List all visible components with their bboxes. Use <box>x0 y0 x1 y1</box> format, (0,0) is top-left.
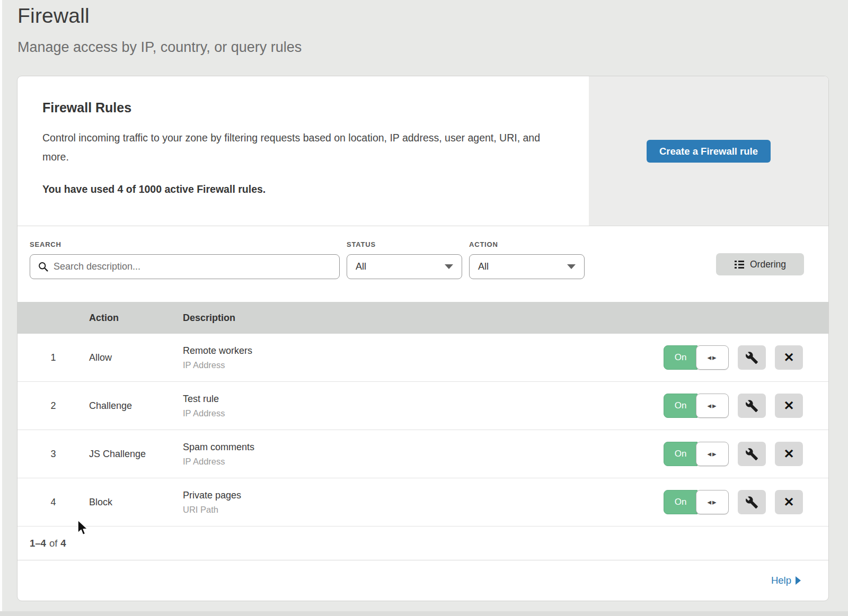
rule-controls: On ◂▸ ✕ <box>664 490 828 514</box>
chevron-right-icon <box>796 576 801 585</box>
help-row: Help <box>17 560 828 601</box>
close-icon: ✕ <box>783 448 794 460</box>
status-select[interactable]: All <box>347 254 462 279</box>
toggle-on-label: On <box>664 345 697 370</box>
filter-bar: SEARCH STATUS All ACTION All <box>17 226 828 302</box>
status-select-value: All <box>356 261 366 272</box>
table-row: 2 Challenge Test rule IP Address On ◂▸ ✕ <box>17 382 828 430</box>
rule-enabled-toggle[interactable]: On ◂▸ <box>664 442 729 466</box>
action-select-value: All <box>478 261 489 272</box>
ordering-button[interactable]: Ordering <box>716 253 804 275</box>
rule-description: Remote workers <box>183 345 664 356</box>
left-right-arrows-icon: ◂▸ <box>696 490 729 514</box>
page-subtitle: Manage access by IP, country, or query r… <box>17 39 302 56</box>
left-right-arrows-icon: ◂▸ <box>696 345 729 370</box>
ordered-list-icon <box>734 259 745 270</box>
rule-priority: 3 <box>17 449 89 460</box>
rule-match-type: IP Address <box>183 360 664 370</box>
wrench-icon <box>745 351 758 364</box>
rule-action: Allow <box>89 352 183 363</box>
status-label: STATUS <box>347 240 462 248</box>
help-link[interactable]: Help <box>771 575 801 586</box>
action-column-header: Action <box>89 313 183 324</box>
rules-usage-text: You have used 4 of 1000 active Firewall … <box>42 183 557 195</box>
rule-controls: On ◂▸ ✕ <box>664 345 828 370</box>
close-icon: ✕ <box>783 399 794 412</box>
edit-rule-button[interactable] <box>738 442 766 466</box>
delete-rule-button[interactable]: ✕ <box>775 394 803 418</box>
left-edge-strip <box>0 0 2 616</box>
ordering-button-label: Ordering <box>750 259 786 270</box>
rule-action: JS Challenge <box>89 449 183 460</box>
rules-intro-section: Firewall Rules Control incoming traffic … <box>17 76 828 226</box>
create-firewall-rule-button[interactable]: Create a Firewall rule <box>647 140 771 163</box>
bottom-edge-strip <box>0 611 848 616</box>
delete-rule-button[interactable]: ✕ <box>775 490 803 514</box>
rules-heading: Firewall Rules <box>42 100 557 115</box>
wrench-icon <box>745 496 758 509</box>
close-icon: ✕ <box>783 351 794 364</box>
wrench-icon <box>745 399 758 413</box>
rule-match-type: IP Address <box>183 457 664 467</box>
left-right-arrows-icon: ◂▸ <box>696 442 729 466</box>
rule-enabled-toggle[interactable]: On ◂▸ <box>664 490 729 514</box>
table-row: 1 Allow Remote workers IP Address On ◂▸ … <box>17 334 828 382</box>
close-icon: ✕ <box>783 496 794 508</box>
action-label: ACTION <box>469 240 585 248</box>
rule-description: Private pages <box>183 490 664 501</box>
search-box <box>30 254 340 279</box>
page-title: Firewall <box>17 4 302 28</box>
rule-match-type: IP Address <box>183 408 664 418</box>
pagination: 1–4 of 4 <box>17 526 828 560</box>
rule-action: Challenge <box>89 400 183 412</box>
rule-controls: On ◂▸ ✕ <box>664 442 828 466</box>
pagination-range: 1–4 <box>30 538 46 549</box>
rule-enabled-toggle[interactable]: On ◂▸ <box>664 394 729 418</box>
delete-rule-button[interactable]: ✕ <box>775 345 803 370</box>
rule-priority: 1 <box>17 352 89 363</box>
action-select[interactable]: All <box>469 254 585 279</box>
rule-priority: 4 <box>17 497 89 508</box>
search-field-group: SEARCH <box>30 240 340 279</box>
edit-rule-button[interactable] <box>738 345 766 370</box>
chevron-down-icon <box>445 264 453 269</box>
chevron-down-icon <box>567 264 576 269</box>
left-right-arrows-icon: ◂▸ <box>696 394 729 418</box>
wrench-icon <box>745 448 758 461</box>
rule-description-cell: Spam comments IP Address <box>183 442 664 467</box>
table-row: 4 Block Private pages URI Path On ◂▸ ✕ <box>17 478 828 526</box>
firewall-rules-card: Firewall Rules Control incoming traffic … <box>17 76 829 601</box>
table-row: 3 JS Challenge Spam comments IP Address … <box>17 430 828 478</box>
toggle-on-label: On <box>664 490 697 514</box>
rule-description-cell: Test rule IP Address <box>183 394 664 418</box>
description-column-header: Description <box>183 313 828 324</box>
rules-intro: Firewall Rules Control incoming traffic … <box>17 76 589 226</box>
edit-rule-button[interactable] <box>738 490 766 514</box>
pagination-of: of <box>49 538 57 549</box>
rule-enabled-toggle[interactable]: On ◂▸ <box>664 345 729 370</box>
rules-description: Control incoming traffic to your zone by… <box>42 128 551 166</box>
search-icon <box>38 261 49 272</box>
rule-description-cell: Remote workers IP Address <box>183 345 664 370</box>
rule-controls: On ◂▸ ✕ <box>664 394 828 418</box>
help-link-label: Help <box>771 575 791 586</box>
page-header: Firewall Manage access by IP, country, o… <box>17 4 302 56</box>
table-header: Action Description <box>17 302 828 334</box>
delete-rule-button[interactable]: ✕ <box>775 442 803 466</box>
status-field-group: STATUS All <box>347 240 462 279</box>
rule-priority: 2 <box>17 400 89 412</box>
rule-match-type: URI Path <box>183 505 664 515</box>
toggle-on-label: On <box>664 394 697 418</box>
rule-description: Test rule <box>183 394 664 405</box>
rule-action: Block <box>89 497 183 508</box>
edit-rule-button[interactable] <box>738 394 766 418</box>
search-input[interactable] <box>54 261 332 272</box>
action-field-group: ACTION All <box>469 240 585 279</box>
pagination-total: 4 <box>60 538 66 549</box>
search-label: SEARCH <box>30 240 340 248</box>
toggle-on-label: On <box>664 442 697 466</box>
rule-description-cell: Private pages URI Path <box>183 490 664 515</box>
create-rule-panel: Create a Firewall rule <box>589 76 828 226</box>
rule-description: Spam comments <box>183 442 664 453</box>
